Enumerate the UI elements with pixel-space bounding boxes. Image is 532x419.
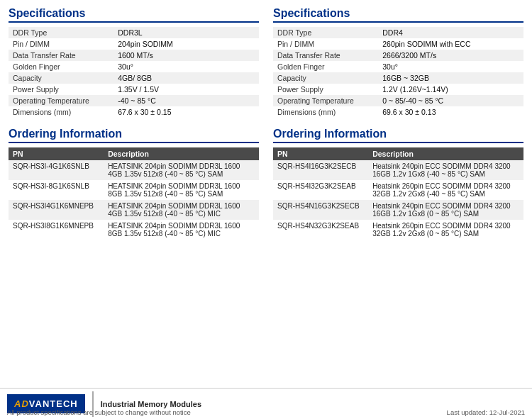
list-item: SQR-HS3I8G1K6MNEPBHEATSINK 204pin SODIMM… — [9, 220, 259, 240]
spec-value: 69.6 x 30 ± 0.13 — [378, 106, 523, 118]
spec-label: Operating Temperature — [273, 95, 378, 106]
spec-value: DDR3L — [113, 27, 259, 38]
spec-label: Capacity — [9, 72, 113, 84]
order-desc: Heatsink 260pin ECC SODIMM DDR4 3200 32G… — [368, 220, 523, 240]
order-pn: SQR-HS3I-4G1K6SNLB — [9, 160, 104, 180]
list-item: SQR-HS3I-8G1K6SNLBHEATSINK 204pin SODIMM… — [9, 180, 259, 200]
footer-tagline: Industrial Memory Modules — [101, 400, 201, 408]
table-row: Capacity4GB/ 8GB — [9, 72, 259, 84]
logo-vantech: VANTECH — [29, 398, 78, 409]
order-desc: HEATSINK 204pin SODIMM DDR3L 1600 4GB 1.… — [104, 160, 259, 180]
spec-label: Golden Finger — [273, 61, 378, 72]
list-item: SQR-HS3I4G1K6MNEPBHEATSINK 204pin SODIMM… — [9, 200, 259, 220]
right-ordering-title: Ordering Information — [273, 128, 523, 143]
order-pn: SQR-HS4I16G3K2SECB — [273, 160, 368, 180]
order-pn: SQR-HS3I8G1K6MNEPB — [9, 220, 104, 240]
left-column: Specifications DDR TypeDDR3LPin / DIMM20… — [9, 7, 259, 240]
table-row: DDR TypeDDR4 — [273, 27, 523, 38]
spec-label: Dimensions (mm) — [273, 106, 378, 118]
table-row: Operating Temperature0 ~ 85/-40 ~ 85 °C — [273, 95, 523, 106]
spec-value: 4GB/ 8GB — [113, 72, 259, 84]
order-desc: Heatsink 240pin ECC SODIMM DDR4 3200 16G… — [368, 200, 523, 220]
table-row: Capacity16GB ~ 32GB — [273, 72, 523, 84]
spec-value: 260pin SODIMM with ECC — [378, 38, 523, 50]
logo-ad: AD — [14, 398, 29, 409]
spec-value: 30u° — [378, 61, 523, 72]
table-row: DDR TypeDDR3L — [9, 27, 259, 38]
order-pn: SQR-HS4I32G3K2SEAB — [273, 180, 368, 200]
order-desc: Heatsink 240pin ECC SODIMM DDR4 3200 16G… — [368, 160, 523, 180]
right-spec-table: DDR TypeDDR4Pin / DIMM260pin SODIMM with… — [273, 27, 523, 118]
spec-value: 2666/3200 MT/s — [378, 50, 523, 61]
table-row: Dimensions (mm)67.6 x 30 ± 0.15 — [9, 106, 259, 118]
spec-value: -40 ~ 85 °C — [113, 95, 259, 106]
list-item: SQR-HS3I-4G1K6SNLBHEATSINK 204pin SODIMM… — [9, 160, 259, 180]
right-spec-section: Specifications DDR TypeDDR4Pin / DIMM260… — [273, 7, 523, 118]
spec-label: Data Transfer Rate — [9, 50, 113, 61]
list-item: SQR-HS4N32G3K2SEABHeatsink 260pin ECC SO… — [273, 220, 523, 240]
footer-note: All product specifications are subject t… — [7, 408, 191, 416]
spec-label: Pin / DIMM — [273, 38, 378, 50]
table-row: Golden Finger30u° — [273, 61, 523, 72]
order-pn: SQR-HS4N32G3K2SEAB — [273, 220, 368, 240]
spec-label: DDR Type — [9, 27, 113, 38]
left-spec-title: Specifications — [9, 7, 259, 23]
order-pn: SQR-HS3I4G1K6MNEPB — [9, 200, 104, 220]
order-pn: SQR-HS3I-8G1K6SNLB — [9, 180, 104, 200]
right-spec-title: Specifications — [273, 7, 523, 23]
spec-label: DDR Type — [273, 27, 378, 38]
footer-date: Last updated: 12-Jul-2021 — [447, 408, 525, 416]
spec-value: 0 ~ 85/-40 ~ 85 °C — [378, 95, 523, 106]
table-row: Dimensions (mm)69.6 x 30 ± 0.13 — [273, 106, 523, 118]
table-row: Power Supply1.2V (1.26V~1.14V) — [273, 84, 523, 95]
spec-value: 30u° — [113, 61, 259, 72]
table-row: Data Transfer Rate2666/3200 MT/s — [273, 50, 523, 61]
footer: ADVANTECH Industrial Memory Modules All … — [0, 388, 532, 419]
spec-value: 1.2V (1.26V~1.14V) — [378, 84, 523, 95]
order-desc: HEATSINK 204pin SODIMM DDR3L 1600 8GB 1.… — [104, 220, 259, 240]
list-item: SQR-HS4I32G3K2SEABHeatsink 260pin ECC SO… — [273, 180, 523, 200]
order-desc: HEATSINK 204pin SODIMM DDR3L 1600 8GB 1.… — [104, 180, 259, 200]
left-ordering-title: Ordering Information — [9, 128, 259, 143]
left-ordering-section: Ordering Information PN Description SQR-… — [9, 128, 259, 240]
spec-label: Power Supply — [273, 84, 378, 95]
spec-label: Golden Finger — [9, 61, 113, 72]
table-row: Golden Finger30u° — [9, 61, 259, 72]
spec-value: 16GB ~ 32GB — [378, 72, 523, 84]
table-row: Data Transfer Rate1600 MT/s — [9, 50, 259, 61]
spec-value: 1600 MT/s — [113, 50, 259, 61]
order-pn: SQR-HS4N16G3K2SECB — [273, 200, 368, 220]
right-order-header-pn: PN — [273, 147, 368, 160]
left-order-header-pn: PN — [9, 147, 104, 160]
spec-label: Pin / DIMM — [9, 38, 113, 50]
list-item: SQR-HS4N16G3K2SECBHeatsink 240pin ECC SO… — [273, 200, 523, 220]
table-row: Operating Temperature-40 ~ 85 °C — [9, 95, 259, 106]
spec-value: 67.6 x 30 ± 0.15 — [113, 106, 259, 118]
left-spec-section: Specifications DDR TypeDDR3LPin / DIMM20… — [9, 7, 259, 118]
list-item: SQR-HS4I16G3K2SECBHeatsink 240pin ECC SO… — [273, 160, 523, 180]
right-column: Specifications DDR TypeDDR4Pin / DIMM260… — [273, 7, 523, 240]
left-spec-table: DDR TypeDDR3LPin / DIMM204pin SODIMMData… — [9, 27, 259, 118]
spec-label: Dimensions (mm) — [9, 106, 113, 118]
left-order-table: PN Description SQR-HS3I-4G1K6SNLBHEATSIN… — [9, 147, 259, 240]
right-ordering-section: Ordering Information PN Description SQR-… — [273, 128, 523, 240]
table-row: Power Supply1.35V / 1.5V — [9, 84, 259, 95]
left-order-header-desc: Description — [104, 147, 259, 160]
spec-label: Power Supply — [9, 84, 113, 95]
right-order-table: PN Description SQR-HS4I16G3K2SECBHeatsin… — [273, 147, 523, 240]
spec-label: Operating Temperature — [9, 95, 113, 106]
spec-label: Data Transfer Rate — [273, 50, 378, 61]
spec-value: DDR4 — [378, 27, 523, 38]
order-desc: HEATSINK 204pin SODIMM DDR3L 1600 4GB 1.… — [104, 200, 259, 220]
spec-value: 204pin SODIMM — [113, 38, 259, 50]
spec-value: 1.35V / 1.5V — [113, 84, 259, 95]
main-content: Specifications DDR TypeDDR3LPin / DIMM20… — [0, 0, 532, 282]
order-desc: Heatsink 260pin ECC SODIMM DDR4 3200 32G… — [368, 180, 523, 200]
right-order-header-desc: Description — [368, 147, 523, 160]
table-row: Pin / DIMM260pin SODIMM with ECC — [273, 38, 523, 50]
spec-label: Capacity — [273, 72, 378, 84]
table-row: Pin / DIMM204pin SODIMM — [9, 38, 259, 50]
